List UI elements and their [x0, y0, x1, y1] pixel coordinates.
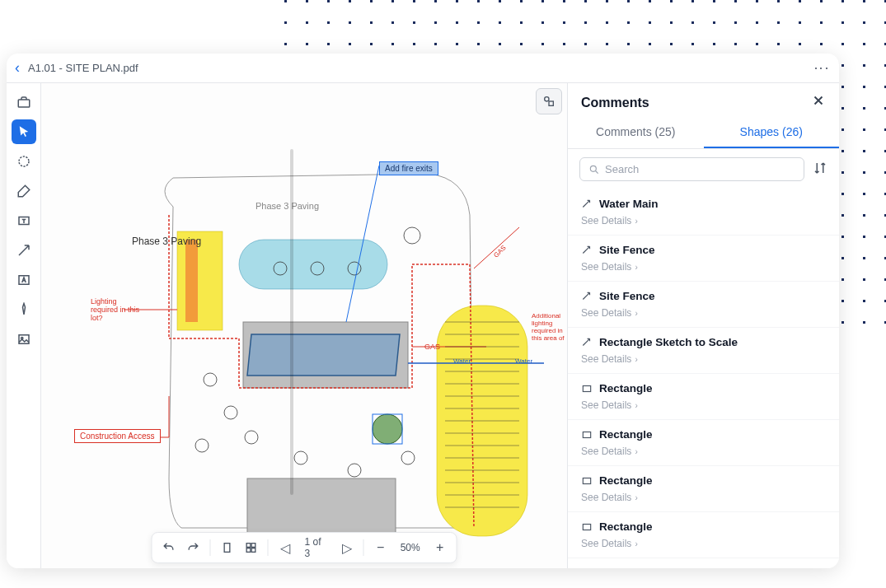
- panel-close-button[interactable]: [811, 93, 826, 112]
- plus-icon: +: [436, 540, 443, 555]
- redo-icon: [186, 541, 199, 554]
- svg-rect-11: [185, 240, 198, 322]
- line-icon: [581, 245, 593, 256]
- tab-shapes[interactable]: Shapes (26): [704, 117, 840, 148]
- textbox-button[interactable]: [12, 208, 36, 233]
- shapes-dropdown-button[interactable]: [536, 88, 562, 114]
- rectangle-icon: [581, 429, 593, 441]
- label-phase3-top: Phase 3 Paving: [255, 201, 319, 211]
- more-menu-button[interactable]: ⋮: [813, 61, 831, 76]
- svg-rect-51: [252, 548, 256, 553]
- svg-rect-49: [252, 544, 256, 548]
- see-details-link[interactable]: See Details›: [581, 215, 826, 226]
- titlebar: ‹ A1.01 - SITE PLAN.pdf ⋮: [7, 54, 839, 83]
- svg-rect-7: [549, 101, 553, 105]
- svg-rect-55: [583, 478, 590, 483]
- pen-icon: [16, 184, 31, 198]
- zoom-level: 50%: [396, 542, 425, 553]
- see-details-link[interactable]: See Details›: [581, 261, 826, 273]
- undo-button[interactable]: [158, 537, 178, 558]
- annotation-construction-access[interactable]: Construction Access: [74, 429, 161, 443]
- shape-item[interactable]: Site FenceSee Details›: [568, 236, 839, 282]
- search-input[interactable]: Search: [579, 157, 804, 181]
- chevron-right-icon: ›: [635, 539, 637, 548]
- canvas-scrollbar[interactable]: [290, 149, 293, 495]
- zoom-in-button[interactable]: +: [430, 537, 450, 558]
- comments-panel: Comments Comments (25) Shapes (26) Searc…: [567, 83, 839, 568]
- sort-button[interactable]: [813, 161, 827, 179]
- text-a-button[interactable]: [12, 268, 36, 292]
- site-plan-drawing: [82, 133, 544, 561]
- chevron-right-icon: ›: [635, 309, 637, 318]
- svg-rect-54: [583, 432, 590, 437]
- shape-item-label: Rectangle: [599, 428, 653, 441]
- shape-item[interactable]: RectangleSee Details›: [568, 466, 839, 512]
- line-icon: [581, 337, 593, 348]
- see-details-link[interactable]: See Details›: [581, 492, 826, 503]
- svg-rect-50: [247, 548, 251, 553]
- chevron-right-icon: ›: [635, 401, 637, 410]
- rectangle-icon: [581, 475, 593, 487]
- shape-item-label: Water Main: [599, 198, 659, 210]
- app-window: ‹ A1.01 - SITE PLAN.pdf ⋮: [7, 54, 839, 568]
- shape-item-label: Rectangle: [599, 474, 653, 487]
- image-button[interactable]: [12, 327, 36, 352]
- see-details-link[interactable]: See Details›: [581, 399, 826, 411]
- cursor-button[interactable]: [12, 119, 36, 144]
- highlighter-icon: [16, 302, 31, 317]
- arrow-icon: [16, 243, 31, 258]
- grid-icon: [245, 541, 258, 554]
- line-icon: [581, 291, 593, 302]
- shape-item-label: Rectangle: [599, 382, 653, 394]
- svg-point-1: [19, 156, 29, 166]
- shapes-icon: [542, 95, 556, 108]
- zoom-out-button[interactable]: −: [371, 537, 391, 558]
- line-icon: [581, 198, 593, 210]
- shape-item[interactable]: RectangleSee Details›: [568, 420, 839, 466]
- svg-point-15: [373, 414, 402, 444]
- pen-button[interactable]: [12, 179, 36, 203]
- see-details-link[interactable]: See Details›: [581, 446, 826, 457]
- back-button[interactable]: ‹: [15, 59, 20, 77]
- search-placeholder: Search: [605, 163, 639, 175]
- toolbox-button[interactable]: [12, 90, 36, 114]
- close-icon: [811, 93, 826, 108]
- annotation-gas: GAS: [424, 343, 440, 351]
- chevron-right-icon: ▷: [342, 540, 352, 556]
- shape-item[interactable]: Rectangle Sketch to ScaleSee Details›: [568, 328, 839, 374]
- annotation-fire-exits[interactable]: Add fire exits: [379, 161, 438, 175]
- next-page-button[interactable]: ▷: [337, 537, 357, 558]
- svg-line-46: [474, 227, 519, 268]
- tab-comments[interactable]: Comments (25): [568, 117, 704, 148]
- chevron-right-icon: ›: [635, 263, 637, 272]
- view-grid-button[interactable]: [241, 537, 261, 558]
- shape-item-label: Site Fence: [599, 244, 655, 256]
- svg-rect-53: [583, 385, 590, 391]
- see-details-link[interactable]: See Details›: [581, 353, 826, 365]
- arrow-button[interactable]: [12, 238, 36, 263]
- viewer-bottom-toolbar: ◁ 1 of 3 ▷ − 50% +: [151, 532, 457, 563]
- see-details-link[interactable]: See Details›: [581, 538, 826, 549]
- prev-page-button[interactable]: ◁: [275, 537, 295, 558]
- see-details-link[interactable]: See Details›: [581, 307, 826, 319]
- shape-item[interactable]: RectangleSee Details›: [568, 512, 839, 558]
- gear-shape-icon: [16, 154, 31, 169]
- image-icon: [16, 332, 31, 347]
- shape-button[interactable]: [12, 149, 36, 174]
- chevron-right-icon: ›: [635, 355, 637, 364]
- annotation-water-2: Water: [515, 357, 532, 365]
- textbox-icon: [16, 213, 31, 228]
- shape-item[interactable]: Site FenceSee Details›: [568, 282, 839, 328]
- view-single-button[interactable]: [217, 537, 237, 558]
- redo-button[interactable]: [183, 537, 203, 558]
- highlighter-button[interactable]: [12, 297, 36, 322]
- shape-item[interactable]: RectangleSee Details›: [568, 374, 839, 420]
- minus-icon: −: [377, 540, 384, 555]
- rectangle-icon: [581, 521, 593, 533]
- annotation-additional-lighting: Additional lighting required in this are…: [532, 312, 567, 342]
- svg-rect-48: [247, 544, 251, 548]
- shapes-list[interactable]: Water MainSee Details›Site FenceSee Deta…: [568, 189, 839, 568]
- canvas-viewport[interactable]: Add fire exits Phase 3 Paving Phase 3 Pa…: [41, 83, 567, 568]
- chevron-right-icon: ›: [635, 447, 637, 456]
- shape-item[interactable]: Water MainSee Details›: [568, 189, 839, 236]
